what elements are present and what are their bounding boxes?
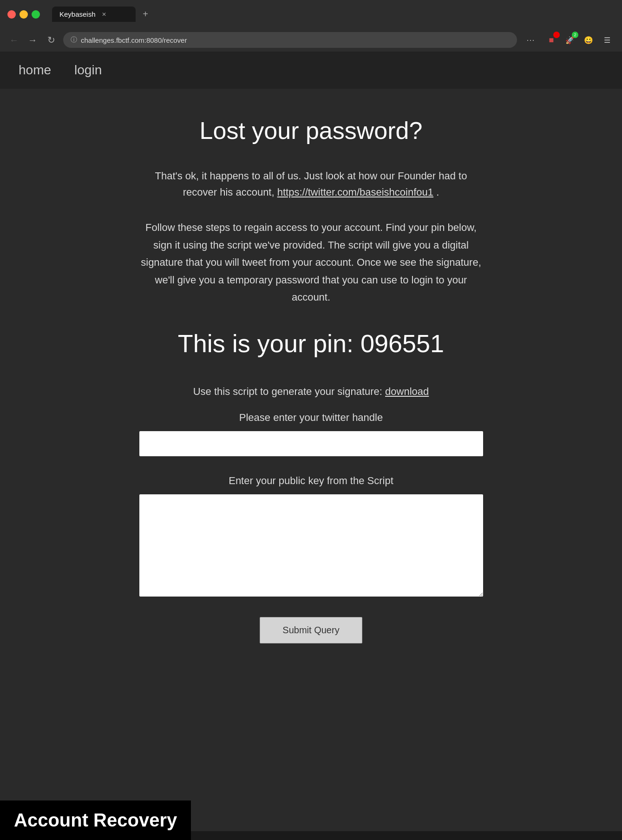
address-bar: ← → ↻ ⓘ challenges.fbctf.com:8080/recove… bbox=[0, 28, 622, 52]
new-tab-button[interactable]: + bbox=[138, 7, 152, 21]
traffic-lights bbox=[7, 10, 40, 19]
close-icon: ✕ bbox=[102, 11, 106, 18]
ublock-icon[interactable]: ■ bbox=[544, 33, 559, 47]
close-window-button[interactable] bbox=[7, 10, 16, 19]
twitter-handle-label: Please enter your twitter handle bbox=[139, 412, 483, 424]
main-content: Lost your password? That's ok, it happen… bbox=[121, 89, 502, 681]
description-paragraph: That's ok, it happens to all of us. Just… bbox=[139, 168, 483, 200]
download-link[interactable]: download bbox=[385, 386, 429, 397]
ublock-badge bbox=[553, 32, 560, 38]
nav-bar: home login bbox=[0, 52, 622, 89]
home-nav-link[interactable]: home bbox=[19, 63, 51, 78]
account-recovery-label: Account Recovery bbox=[0, 801, 191, 840]
tab-close-button[interactable]: ✕ bbox=[100, 11, 108, 18]
minimize-window-button[interactable] bbox=[20, 10, 28, 19]
tab-bar: Keybaseish ✕ + bbox=[52, 7, 615, 22]
extension-icon-1[interactable]: 🚀 2 bbox=[563, 33, 577, 47]
pubkey-label: Enter your public key from the Script bbox=[139, 475, 483, 487]
script-line: Use this script to generate your signatu… bbox=[139, 386, 483, 398]
browser-icons: ■ 🚀 2 😀 ☰ bbox=[544, 33, 615, 47]
period: . bbox=[436, 186, 439, 198]
extension-badge: 2 bbox=[572, 32, 578, 38]
browser-chrome: Keybaseish ✕ + ← → ↻ ⓘ challenges.fbctf.… bbox=[0, 0, 622, 52]
forward-button[interactable]: → bbox=[26, 33, 39, 47]
back-button[interactable]: ← bbox=[7, 33, 20, 47]
login-nav-link[interactable]: login bbox=[74, 63, 102, 78]
extension-icon-2[interactable]: 😀 bbox=[581, 33, 596, 47]
script-label: Use this script to generate your signatu… bbox=[193, 386, 382, 397]
pubkey-input[interactable] bbox=[139, 494, 483, 597]
submit-button[interactable]: Submit Query bbox=[260, 617, 362, 643]
url-field[interactable]: ⓘ challenges.fbctf.com:8080/recover bbox=[63, 32, 517, 48]
menu-button[interactable]: ☰ bbox=[600, 33, 615, 47]
twitter-link[interactable]: https://twitter.com/baseishcoinfou1 bbox=[277, 186, 433, 198]
twitter-handle-input[interactable] bbox=[139, 431, 483, 456]
info-icon: ⓘ bbox=[71, 36, 77, 44]
overflow-menu-button[interactable]: ⋯ bbox=[523, 33, 538, 47]
reload-button[interactable]: ↻ bbox=[45, 33, 58, 47]
title-bar: Keybaseish ✕ + bbox=[0, 0, 622, 28]
page-title: Lost your password? bbox=[139, 117, 483, 144]
instructions-paragraph: Follow these steps to regain access to y… bbox=[139, 219, 483, 306]
tab-title: Keybaseish bbox=[59, 10, 96, 18]
pin-display: This is your pin: 096551 bbox=[139, 329, 483, 358]
maximize-window-button[interactable] bbox=[32, 10, 40, 19]
page-content: home login Lost your password? That's ok… bbox=[0, 52, 622, 831]
active-tab[interactable]: Keybaseish ✕ bbox=[52, 7, 136, 22]
plus-icon: + bbox=[143, 9, 148, 20]
url-text: challenges.fbctf.com:8080/recover bbox=[81, 36, 510, 44]
